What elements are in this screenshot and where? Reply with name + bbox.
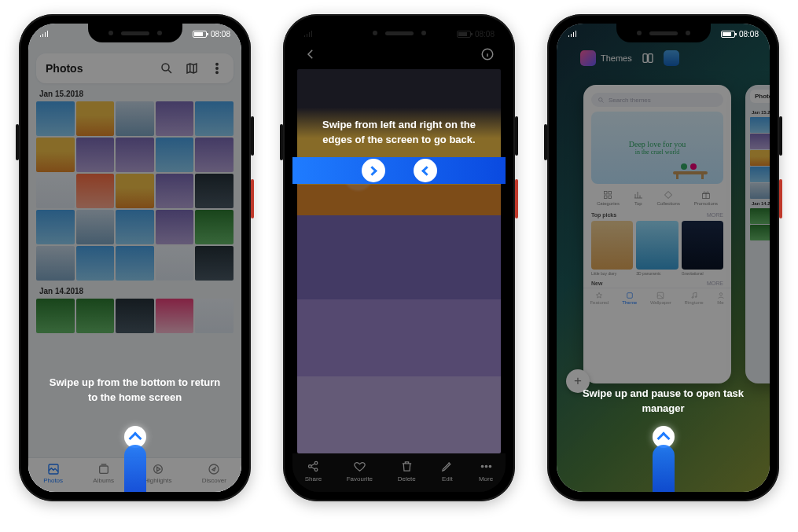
tutorial-overlay	[557, 24, 770, 492]
tutorial-hint: Swipe from left and right on the edges o…	[292, 118, 506, 148]
chevron-up-icon	[128, 432, 142, 446]
tutorial-overlay	[28, 24, 241, 492]
notch	[616, 24, 711, 42]
swipe-up-indicator[interactable]	[651, 426, 676, 492]
notch	[352, 24, 447, 42]
swipe-up-indicator[interactable]	[123, 426, 148, 492]
status-time: 08:08	[739, 30, 759, 39]
phone-mockup-1: 08:08 Photos Jan 15.2018	[19, 14, 251, 501]
signal-icon	[39, 31, 49, 38]
notch	[88, 24, 182, 42]
signal-icon	[568, 31, 577, 38]
status-time: 08:08	[475, 30, 495, 39]
battery-icon	[721, 31, 735, 38]
signal-icon	[303, 31, 313, 38]
phone-mockup-3: 08:08 Themes Search themes	[547, 14, 779, 501]
swipe-right-icon	[362, 159, 385, 182]
phone-mockup-2: 08:08 Share Favourite Delete	[283, 14, 515, 501]
swipe-edge-indicator[interactable]	[292, 157, 506, 184]
battery-icon	[193, 31, 207, 38]
swipe-left-icon	[414, 159, 437, 182]
tutorial-hint: Swipe up and pause to open task manager	[557, 387, 770, 416]
tutorial-hint: Swipe up from the bottom to return to th…	[28, 376, 241, 405]
tutorial-overlay	[292, 24, 506, 492]
chevron-up-icon	[656, 432, 670, 446]
battery-icon	[457, 31, 471, 38]
status-time: 08:08	[211, 30, 230, 39]
